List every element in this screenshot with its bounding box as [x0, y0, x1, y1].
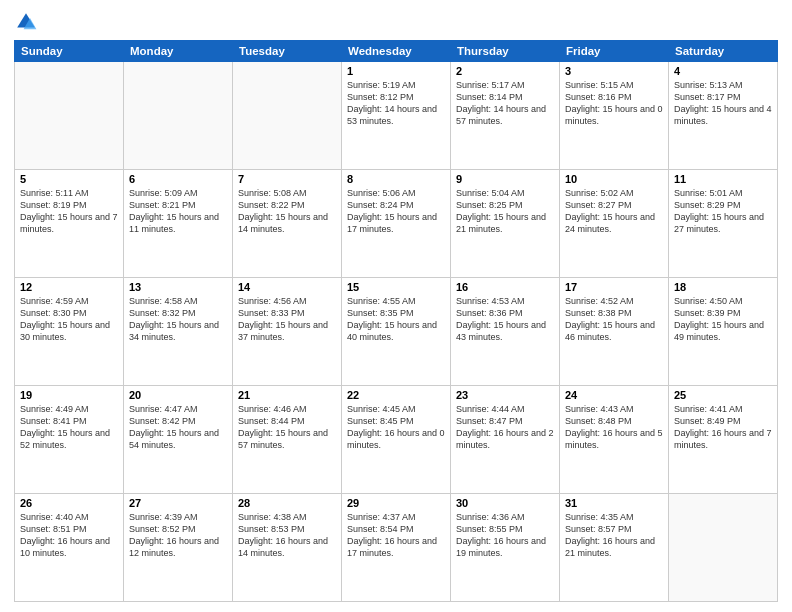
calendar-cell [233, 62, 342, 170]
day-info: Sunrise: 4:38 AMSunset: 8:53 PMDaylight:… [238, 511, 336, 560]
day-info: Sunrise: 5:06 AMSunset: 8:24 PMDaylight:… [347, 187, 445, 236]
logo-icon [14, 10, 38, 34]
day-number: 15 [347, 281, 445, 293]
day-info: Sunrise: 5:04 AMSunset: 8:25 PMDaylight:… [456, 187, 554, 236]
calendar-cell: 21Sunrise: 4:46 AMSunset: 8:44 PMDayligh… [233, 386, 342, 494]
day-info: Sunrise: 4:40 AMSunset: 8:51 PMDaylight:… [20, 511, 118, 560]
calendar-cell: 28Sunrise: 4:38 AMSunset: 8:53 PMDayligh… [233, 494, 342, 602]
weekday-header-friday: Friday [560, 41, 669, 62]
day-info: Sunrise: 4:47 AMSunset: 8:42 PMDaylight:… [129, 403, 227, 452]
calendar-week-3: 12Sunrise: 4:59 AMSunset: 8:30 PMDayligh… [15, 278, 778, 386]
day-number: 1 [347, 65, 445, 77]
calendar-cell: 26Sunrise: 4:40 AMSunset: 8:51 PMDayligh… [15, 494, 124, 602]
calendar-week-1: 1Sunrise: 5:19 AMSunset: 8:12 PMDaylight… [15, 62, 778, 170]
day-number: 9 [456, 173, 554, 185]
day-number: 14 [238, 281, 336, 293]
calendar-cell [124, 62, 233, 170]
calendar-cell: 27Sunrise: 4:39 AMSunset: 8:52 PMDayligh… [124, 494, 233, 602]
calendar-cell: 29Sunrise: 4:37 AMSunset: 8:54 PMDayligh… [342, 494, 451, 602]
calendar-week-2: 5Sunrise: 5:11 AMSunset: 8:19 PMDaylight… [15, 170, 778, 278]
day-info: Sunrise: 4:41 AMSunset: 8:49 PMDaylight:… [674, 403, 772, 452]
day-number: 18 [674, 281, 772, 293]
calendar-cell: 9Sunrise: 5:04 AMSunset: 8:25 PMDaylight… [451, 170, 560, 278]
calendar-cell: 15Sunrise: 4:55 AMSunset: 8:35 PMDayligh… [342, 278, 451, 386]
day-info: Sunrise: 4:43 AMSunset: 8:48 PMDaylight:… [565, 403, 663, 452]
day-info: Sunrise: 5:15 AMSunset: 8:16 PMDaylight:… [565, 79, 663, 128]
calendar-cell [15, 62, 124, 170]
day-number: 21 [238, 389, 336, 401]
weekday-header-wednesday: Wednesday [342, 41, 451, 62]
day-number: 29 [347, 497, 445, 509]
day-info: Sunrise: 5:17 AMSunset: 8:14 PMDaylight:… [456, 79, 554, 128]
day-number: 13 [129, 281, 227, 293]
calendar-cell: 10Sunrise: 5:02 AMSunset: 8:27 PMDayligh… [560, 170, 669, 278]
day-number: 19 [20, 389, 118, 401]
day-number: 2 [456, 65, 554, 77]
day-info: Sunrise: 4:35 AMSunset: 8:57 PMDaylight:… [565, 511, 663, 560]
day-number: 3 [565, 65, 663, 77]
calendar-cell: 20Sunrise: 4:47 AMSunset: 8:42 PMDayligh… [124, 386, 233, 494]
day-info: Sunrise: 4:46 AMSunset: 8:44 PMDaylight:… [238, 403, 336, 452]
day-info: Sunrise: 4:53 AMSunset: 8:36 PMDaylight:… [456, 295, 554, 344]
calendar-cell: 24Sunrise: 4:43 AMSunset: 8:48 PMDayligh… [560, 386, 669, 494]
day-number: 11 [674, 173, 772, 185]
day-number: 30 [456, 497, 554, 509]
day-info: Sunrise: 5:08 AMSunset: 8:22 PMDaylight:… [238, 187, 336, 236]
day-number: 27 [129, 497, 227, 509]
day-info: Sunrise: 4:55 AMSunset: 8:35 PMDaylight:… [347, 295, 445, 344]
weekday-header-monday: Monday [124, 41, 233, 62]
day-number: 20 [129, 389, 227, 401]
day-info: Sunrise: 4:36 AMSunset: 8:55 PMDaylight:… [456, 511, 554, 560]
header [14, 10, 778, 34]
weekday-header-saturday: Saturday [669, 41, 778, 62]
day-number: 8 [347, 173, 445, 185]
calendar-cell: 11Sunrise: 5:01 AMSunset: 8:29 PMDayligh… [669, 170, 778, 278]
day-info: Sunrise: 4:37 AMSunset: 8:54 PMDaylight:… [347, 511, 445, 560]
weekday-header-tuesday: Tuesday [233, 41, 342, 62]
day-info: Sunrise: 4:39 AMSunset: 8:52 PMDaylight:… [129, 511, 227, 560]
calendar-cell: 3Sunrise: 5:15 AMSunset: 8:16 PMDaylight… [560, 62, 669, 170]
weekday-header-sunday: Sunday [15, 41, 124, 62]
day-info: Sunrise: 5:02 AMSunset: 8:27 PMDaylight:… [565, 187, 663, 236]
calendar-body: 1Sunrise: 5:19 AMSunset: 8:12 PMDaylight… [15, 62, 778, 602]
calendar-week-4: 19Sunrise: 4:49 AMSunset: 8:41 PMDayligh… [15, 386, 778, 494]
calendar-cell: 31Sunrise: 4:35 AMSunset: 8:57 PMDayligh… [560, 494, 669, 602]
day-info: Sunrise: 5:09 AMSunset: 8:21 PMDaylight:… [129, 187, 227, 236]
calendar-cell: 25Sunrise: 4:41 AMSunset: 8:49 PMDayligh… [669, 386, 778, 494]
day-number: 10 [565, 173, 663, 185]
day-number: 12 [20, 281, 118, 293]
day-number: 16 [456, 281, 554, 293]
calendar-cell: 4Sunrise: 5:13 AMSunset: 8:17 PMDaylight… [669, 62, 778, 170]
calendar-cell: 16Sunrise: 4:53 AMSunset: 8:36 PMDayligh… [451, 278, 560, 386]
day-number: 24 [565, 389, 663, 401]
day-number: 28 [238, 497, 336, 509]
day-number: 22 [347, 389, 445, 401]
calendar-cell: 7Sunrise: 5:08 AMSunset: 8:22 PMDaylight… [233, 170, 342, 278]
day-number: 31 [565, 497, 663, 509]
day-info: Sunrise: 4:49 AMSunset: 8:41 PMDaylight:… [20, 403, 118, 452]
calendar-cell: 14Sunrise: 4:56 AMSunset: 8:33 PMDayligh… [233, 278, 342, 386]
day-info: Sunrise: 4:50 AMSunset: 8:39 PMDaylight:… [674, 295, 772, 344]
calendar-week-5: 26Sunrise: 4:40 AMSunset: 8:51 PMDayligh… [15, 494, 778, 602]
day-number: 26 [20, 497, 118, 509]
weekday-row: SundayMondayTuesdayWednesdayThursdayFrid… [15, 41, 778, 62]
calendar-cell: 30Sunrise: 4:36 AMSunset: 8:55 PMDayligh… [451, 494, 560, 602]
day-info: Sunrise: 5:11 AMSunset: 8:19 PMDaylight:… [20, 187, 118, 236]
day-info: Sunrise: 5:01 AMSunset: 8:29 PMDaylight:… [674, 187, 772, 236]
calendar-cell: 22Sunrise: 4:45 AMSunset: 8:45 PMDayligh… [342, 386, 451, 494]
day-number: 7 [238, 173, 336, 185]
day-number: 6 [129, 173, 227, 185]
day-number: 25 [674, 389, 772, 401]
day-info: Sunrise: 4:58 AMSunset: 8:32 PMDaylight:… [129, 295, 227, 344]
calendar-cell: 19Sunrise: 4:49 AMSunset: 8:41 PMDayligh… [15, 386, 124, 494]
day-number: 23 [456, 389, 554, 401]
day-info: Sunrise: 4:45 AMSunset: 8:45 PMDaylight:… [347, 403, 445, 452]
day-info: Sunrise: 5:13 AMSunset: 8:17 PMDaylight:… [674, 79, 772, 128]
day-number: 4 [674, 65, 772, 77]
calendar-cell [669, 494, 778, 602]
calendar-cell: 8Sunrise: 5:06 AMSunset: 8:24 PMDaylight… [342, 170, 451, 278]
day-info: Sunrise: 4:59 AMSunset: 8:30 PMDaylight:… [20, 295, 118, 344]
weekday-header-thursday: Thursday [451, 41, 560, 62]
day-info: Sunrise: 4:52 AMSunset: 8:38 PMDaylight:… [565, 295, 663, 344]
day-info: Sunrise: 4:56 AMSunset: 8:33 PMDaylight:… [238, 295, 336, 344]
